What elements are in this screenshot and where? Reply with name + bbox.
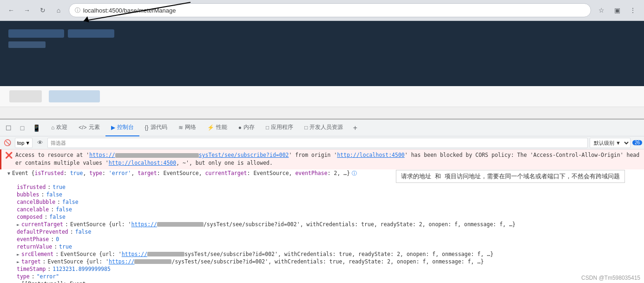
expand-icon[interactable]: ▼ <box>7 171 10 176</box>
cors-values-link[interactable]: http://localhost:4500 <box>109 160 176 166</box>
star-button[interactable]: ☆ <box>595 4 608 17</box>
prop-srcElement: ► srcElement: EventSource {url: 'https:/… <box>0 250 644 258</box>
welcome-tab-icon: ⌂ <box>51 124 54 131</box>
error-count-badge: 26 <box>632 140 642 145</box>
tab-sources[interactable]: {} 源代码 <box>139 120 173 136</box>
prop-eventPhase: eventPhase: 0 <box>0 236 644 243</box>
devtools-tab-bar: ☐ □ 📱 ⌂ 欢迎 </> 元素 ▶ 控制台 {} 源代码 ≋ <box>0 120 644 136</box>
target-url-link[interactable]: https:// <box>109 258 171 265</box>
chevron-down-icon: ▼ <box>25 140 30 146</box>
forward-button[interactable]: → <box>20 4 33 17</box>
back-button[interactable]: ← <box>5 4 18 17</box>
prop-target: ► target: EventSource {url: 'https:///sy… <box>0 258 644 265</box>
cors-error-text: Access to resource at 'https://sysTest/s… <box>15 151 640 168</box>
network-tab-icon: ≋ <box>178 124 183 131</box>
prop-composed: composed: false <box>0 213 644 221</box>
application-tab-icon: □ <box>266 124 269 131</box>
tab-application[interactable]: □ 应用程序 <box>260 120 299 136</box>
console-toolbar: 🚫 top ▼ 👁 默认级别 ▼ 26 <box>0 136 644 149</box>
log-level-dropdown[interactable]: 默认级别 ▼ <box>590 138 631 148</box>
devtools-sidebar-icons: ☐ □ 📱 <box>2 121 43 135</box>
annotation-text-box: 请求的地址 和 项目访问地址，需要在同一个域名或者端口下，不然会有跨域问题 <box>396 170 625 183</box>
info-icon: ⓘ <box>75 7 80 14</box>
annotation-container: 请求的地址 和 项目访问地址，需要在同一个域名或者端口下，不然会有跨域问题 <box>396 170 625 183</box>
tab-dev-resources[interactable]: □ 开发人员资源 <box>299 120 348 136</box>
tab-memory[interactable]: ● 内存 <box>233 120 260 136</box>
page-nav-area <box>0 86 644 107</box>
cors-error-link1[interactable]: https:// <box>89 152 198 158</box>
address-bar[interactable]: ⓘ localhost:4500/base/meterManage <box>69 3 591 17</box>
prop-type: type: "error" <box>0 273 644 280</box>
cors-error-message: ❌ Access to resource at 'https://sysTest… <box>0 149 644 169</box>
devtools-toggle-button[interactable]: ☐ <box>2 121 15 135</box>
clear-console-button[interactable]: 🚫 <box>2 137 13 148</box>
tab-elements[interactable]: </> 元素 <box>73 120 105 136</box>
expand-prototype-icon[interactable]: ► <box>17 282 20 283</box>
console-output: ❌ Access to resource at 'https://sysTest… <box>0 149 644 283</box>
page-sub-area <box>0 107 644 119</box>
prop-isTrusted: isTrusted: true <box>0 183 644 191</box>
nav-buttons: ← → ↻ ⌂ <box>5 4 65 17</box>
srcElement-url-link[interactable]: https:// <box>122 251 184 257</box>
cors-error-link2[interactable]: sysTest/see/subscribe?id=002 <box>199 152 289 158</box>
menu-button[interactable]: ⋮ <box>626 4 639 17</box>
tab-performance[interactable]: ⚡ 性能 <box>202 120 233 136</box>
browser-toolbar: ← → ↻ ⌂ ⓘ localhost:4500/base/meterManag… <box>0 0 644 21</box>
prop-timeStamp: timeStamp: 1123231.8999999985 <box>0 265 644 273</box>
watermark: CSDN @Tm598035415 <box>581 275 640 281</box>
tab-welcome[interactable]: ⌂ 欢迎 <box>46 120 73 136</box>
info-tooltip-icon[interactable]: ⓘ <box>352 170 357 177</box>
browser-actions: ☆ ▣ ⋮ <box>595 4 639 17</box>
memory-tab-icon: ● <box>238 124 242 131</box>
prop-returnValue: returnValue: true <box>0 243 644 250</box>
error-icon: ❌ <box>5 152 13 159</box>
prop-cancelable: cancelable: false <box>0 206 644 213</box>
performance-tab-icon: ⚡ <box>207 124 214 131</box>
console-tab-icon: ▶ <box>111 124 115 131</box>
prop-defaultPrevented: defaultPrevented: false <box>0 228 644 236</box>
expand-srcElement-icon[interactable]: ► <box>17 252 20 257</box>
devtools-panel: ☐ □ 📱 ⌂ 欢迎 </> 元素 ▶ 控制台 {} 源代码 ≋ <box>0 119 644 283</box>
tab-network[interactable]: ≋ 网络 <box>173 120 202 136</box>
add-tab-button[interactable]: + <box>348 121 361 135</box>
event-expand-row: ▼ Event {isTrusted: true, type: 'error',… <box>0 169 644 183</box>
elements-tab-icon: </> <box>79 124 86 131</box>
page-content <box>0 21 644 119</box>
event-summary: Event {isTrusted: true, type: 'error', t… <box>12 170 350 176</box>
prop-cancelBubble: cancelBubble: false <box>0 198 644 206</box>
currentTarget-url-link[interactable]: https:// <box>131 221 204 228</box>
tab-console[interactable]: ▶ 控制台 <box>105 120 139 136</box>
tab-button[interactable]: ▣ <box>611 4 624 17</box>
sources-tab-icon: {} <box>145 124 149 131</box>
prop-currentTarget: ► currentTarget: EventSource {url: 'http… <box>0 221 644 228</box>
dev-resources-tab-icon: □ <box>304 124 308 131</box>
context-selector[interactable]: top ▼ <box>15 138 33 148</box>
prop-bubbles: bubbles: false <box>0 191 644 198</box>
filter-input[interactable] <box>47 138 588 148</box>
expand-target-icon[interactable]: ► <box>17 259 20 265</box>
devtools-device-button[interactable]: 📱 <box>30 121 43 135</box>
devtools-inspect-button[interactable]: □ <box>16 121 29 135</box>
eye-button[interactable]: 👁 <box>34 137 46 148</box>
cors-origin-link[interactable]: http://localhost:4500 <box>337 152 404 158</box>
expand-currentTarget-icon[interactable]: ► <box>17 222 20 228</box>
home-button[interactable]: ⌂ <box>52 4 65 17</box>
page-top-area <box>0 21 644 86</box>
prop-prototype: ► [[Prototype]]: Event <box>0 280 644 283</box>
refresh-button[interactable]: ↻ <box>36 4 49 17</box>
url-text: localhost:4500/base/meterManage <box>83 7 176 14</box>
